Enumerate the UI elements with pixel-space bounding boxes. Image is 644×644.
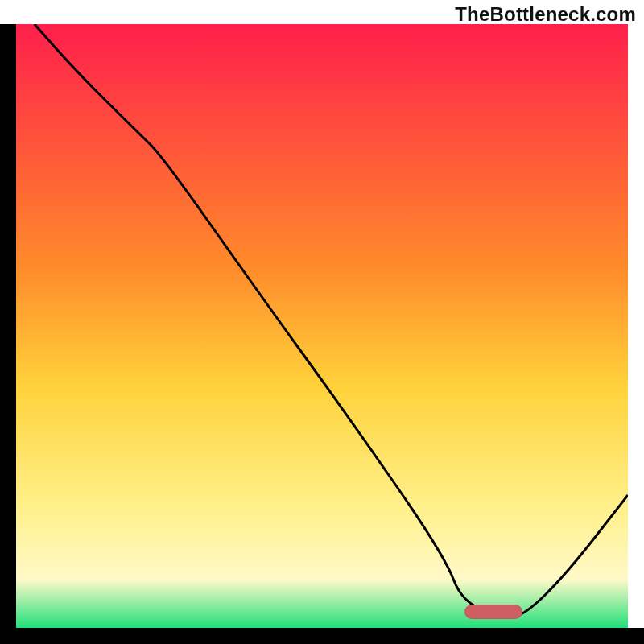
curve-path (35, 24, 628, 616)
x-axis (0, 628, 644, 644)
optimal-range-marker (464, 605, 522, 619)
plot-area (16, 24, 628, 628)
bottleneck-curve (16, 24, 628, 628)
chart-frame: TheBottleneck.com (0, 0, 644, 644)
y-axis (0, 24, 16, 628)
watermark-text: TheBottleneck.com (455, 3, 636, 26)
